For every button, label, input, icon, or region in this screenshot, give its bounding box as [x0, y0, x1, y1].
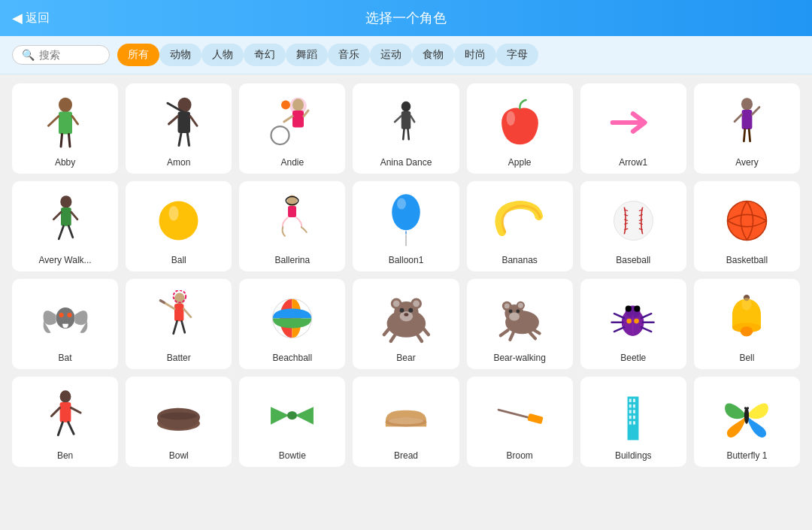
sprite-card-ben[interactable]: Ben [12, 377, 118, 467]
sprite-card-balloon1[interactable]: Balloon1 [353, 181, 459, 271]
svg-point-92 [518, 302, 523, 307]
sprite-card-apple[interactable]: Apple [467, 83, 573, 174]
sprite-card-avery-walk---[interactable]: Avery Walk... [12, 181, 118, 271]
sprite-icon [130, 91, 227, 154]
svg-rect-136 [633, 410, 635, 413]
search-input[interactable] [39, 49, 99, 61]
sprite-icon [698, 384, 795, 447]
main-area: AbbyAmonAndieAnina DanceAppleArrow1Avery… [0, 74, 812, 529]
back-button[interactable]: ◀ 返回 [12, 10, 50, 26]
svg-line-67 [184, 308, 192, 316]
sprite-label: Bowtie [244, 450, 341, 461]
svg-line-22 [395, 116, 401, 122]
sprite-label: Avery [698, 157, 795, 168]
sprite-card-buildings[interactable]: Buildings [580, 377, 686, 467]
search-box[interactable]: 🔍 [12, 45, 110, 65]
sprite-icon [471, 91, 568, 154]
sprite-card-beetle[interactable]: Beetle [580, 279, 686, 369]
svg-point-61 [59, 313, 63, 317]
svg-rect-65 [174, 303, 183, 320]
sprite-icon [585, 286, 682, 350]
svg-line-119 [51, 407, 59, 416]
svg-point-16 [271, 126, 289, 144]
sprite-card-ballerina[interactable]: Ballerina [239, 181, 345, 271]
svg-line-106 [614, 327, 624, 332]
svg-point-95 [517, 309, 520, 313]
svg-rect-129 [527, 413, 543, 424]
svg-point-27 [741, 98, 753, 111]
sprite-card-bear-walking[interactable]: Bear-walking [467, 279, 573, 369]
category-btn-people[interactable]: 人物 [201, 44, 244, 66]
svg-point-102 [626, 306, 632, 312]
sprite-card-amon[interactable]: Amon [126, 83, 232, 174]
filter-bar: 🔍 所有动物人物奇幻舞蹈音乐运动食物时尚字母 [0, 36, 812, 74]
sprite-card-abby[interactable]: Abby [12, 83, 118, 174]
svg-point-103 [635, 306, 641, 312]
svg-line-86 [417, 335, 422, 341]
sprite-card-arrow1[interactable]: Arrow1 [580, 83, 686, 174]
back-arrow-icon: ◀ [12, 10, 23, 26]
svg-line-37 [59, 226, 63, 238]
sprite-card-avery[interactable]: Avery [694, 83, 800, 174]
sprite-icon [357, 384, 454, 447]
sprite-card-baseball[interactable]: Baseball [580, 181, 686, 271]
svg-point-79 [400, 311, 414, 321]
svg-line-96 [501, 330, 508, 335]
sprite-card-bread[interactable]: Bread [353, 377, 459, 467]
svg-point-91 [504, 303, 510, 308]
svg-line-70 [182, 321, 185, 332]
sprite-card-butterfly-1[interactable]: Butterfly 1 [694, 377, 800, 467]
svg-line-29 [735, 114, 742, 122]
sprite-card-anina-dance[interactable]: Anina Dance [353, 83, 459, 174]
svg-point-39 [159, 201, 198, 240]
svg-rect-118 [59, 401, 71, 422]
sprite-card-batter[interactable]: Batter [126, 279, 232, 369]
search-icon: 🔍 [22, 49, 35, 61]
sprite-card-andie[interactable]: Andie [239, 83, 345, 174]
svg-line-121 [58, 422, 62, 435]
sprite-card-broom[interactable]: Broom [467, 377, 573, 467]
svg-line-98 [511, 332, 514, 339]
sprite-card-basketball[interactable]: Basketball [694, 181, 800, 271]
sprite-label: Ballerina [244, 255, 341, 265]
category-btn-animals[interactable]: 动物 [159, 44, 201, 66]
sprite-card-beachball[interactable]: Beachball [239, 279, 345, 369]
svg-line-2 [48, 116, 59, 126]
back-label: 返回 [26, 11, 50, 26]
sprite-icon [471, 189, 568, 252]
svg-line-11 [179, 133, 181, 146]
sprite-label: Bell [698, 353, 795, 363]
sprite-card-bananas[interactable]: Bananas [467, 181, 573, 271]
category-btn-sports[interactable]: 运动 [370, 44, 412, 66]
svg-point-143 [747, 407, 749, 409]
category-btn-fantasy[interactable]: 奇幻 [244, 44, 286, 66]
sprite-label: Arrow1 [585, 157, 682, 168]
sprite-icon [357, 286, 454, 350]
svg-rect-43 [288, 205, 296, 217]
sprite-card-bat[interactable]: Bat [12, 279, 118, 369]
sprite-card-ball[interactable]: Ball [126, 181, 232, 271]
svg-point-93 [509, 312, 520, 320]
category-btn-fashion[interactable]: 时尚 [454, 44, 496, 66]
sprite-grid: AbbyAmonAndieAnina DanceAppleArrow1Avery… [0, 74, 812, 529]
svg-point-81 [408, 308, 413, 313]
sprite-icon [698, 286, 795, 350]
category-btn-letters[interactable]: 字母 [496, 44, 538, 66]
sprite-icon [585, 189, 682, 252]
category-btn-food[interactable]: 食物 [412, 44, 454, 66]
sprite-label: Basketball [698, 255, 795, 265]
sprite-card-bowtie[interactable]: Bowtie [239, 377, 345, 467]
svg-point-44 [392, 194, 420, 230]
category-btn-dance[interactable]: 舞蹈 [286, 44, 328, 66]
sprite-card-bear[interactable]: Bear [353, 279, 459, 369]
svg-line-12 [187, 133, 189, 146]
sprite-card-bowl[interactable]: Bowl [126, 377, 232, 467]
sprite-label: Ben [17, 450, 114, 461]
category-btn-music[interactable]: 音乐 [328, 44, 370, 66]
sprite-icon [698, 189, 795, 252]
svg-point-125 [287, 411, 297, 419]
sprite-card-bell[interactable]: Bell [694, 279, 800, 369]
category-btn-all[interactable]: 所有 [117, 44, 159, 66]
sprite-icon [244, 91, 341, 154]
svg-rect-1 [59, 111, 72, 134]
